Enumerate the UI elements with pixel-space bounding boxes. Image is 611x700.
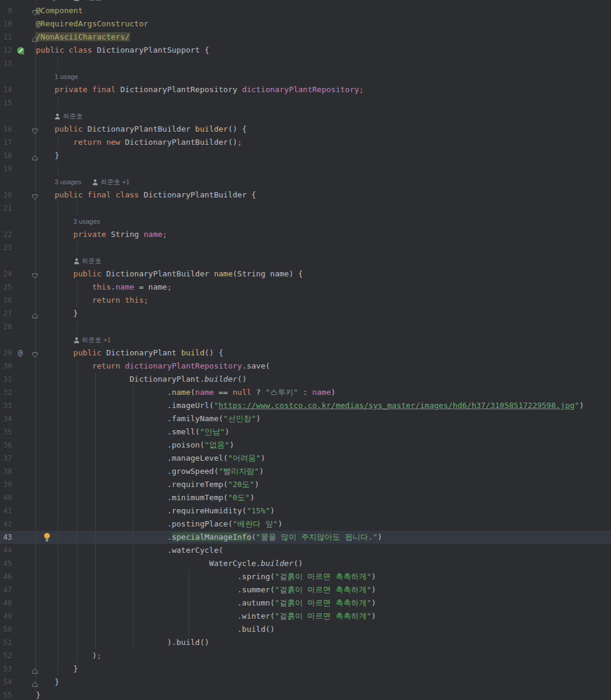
author-hint[interactable]: 최준호 +1 [92, 175, 130, 188]
code-text-area[interactable]: private String name; [36, 228, 611, 241]
line-number[interactable]: 47 [0, 583, 12, 596]
line-number[interactable]: 26 [0, 294, 12, 307]
code-text-area[interactable]: .familyName("선인장") [36, 412, 611, 425]
line-number[interactable]: 40 [0, 491, 12, 504]
author-hint[interactable]: 최준호 +1 [74, 333, 111, 346]
gutter[interactable] [0, 254, 36, 267]
gutter[interactable]: 35 [0, 425, 36, 439]
gutter[interactable]: 38 [0, 465, 36, 478]
gutter[interactable]: 44 [0, 544, 36, 557]
line-number[interactable]: 27 [0, 307, 12, 320]
lightbulb-icon[interactable] [43, 532, 51, 542]
line-number[interactable]: 30 [0, 360, 12, 373]
code-text-area[interactable] [36, 320, 611, 333]
gutter[interactable]: 17 [0, 136, 36, 149]
gutter[interactable]: 34 [0, 412, 36, 425]
code-text-area[interactable]: .postingPlace("베란다 앞") [36, 518, 611, 531]
code-text-area[interactable]: .requireHumidity("15%") [36, 504, 611, 518]
line-number[interactable]: 53 [0, 662, 12, 675]
line-number[interactable]: 49 [0, 610, 12, 623]
line-number[interactable]: 54 [0, 675, 12, 689]
line-number[interactable]: 17 [0, 136, 12, 149]
code-text-area[interactable]: .imageUrl("https://www.costco.co.kr/medi… [36, 399, 611, 412]
gutter[interactable]: 30 [0, 360, 36, 373]
line-number[interactable]: 46 [0, 570, 12, 583]
code-text-area[interactable] [36, 162, 611, 175]
gutter[interactable]: 27 [0, 307, 36, 320]
gutter[interactable]: 25 [0, 281, 36, 294]
code-text-area[interactable]: .smell("안남") [36, 425, 611, 439]
gutter[interactable]: 36 [0, 439, 36, 452]
usages-hint[interactable]: 1 usage [54, 70, 78, 83]
gutter[interactable] [0, 109, 36, 123]
gutter[interactable]: 28 [0, 320, 36, 333]
gutter[interactable]: 54 [0, 675, 36, 689]
inlay-text-area[interactable]: 최준호 +1 [36, 333, 611, 346]
gutter[interactable]: 42 [0, 518, 36, 531]
gutter[interactable]: 24 [0, 267, 36, 281]
line-number[interactable]: 13 [0, 57, 12, 70]
author-hint[interactable]: 최준호 [74, 254, 102, 267]
line-number[interactable]: 41 [0, 504, 12, 518]
gutter[interactable]: 12 [0, 44, 36, 57]
inlay-text-area[interactable]: 최준호 [36, 109, 611, 123]
code-text-area[interactable]: } [36, 662, 611, 675]
line-number[interactable]: 24 [0, 267, 12, 281]
inlay-text-area[interactable]: 1 usage [36, 70, 611, 83]
line-number[interactable]: 23 [0, 241, 12, 254]
code-text-area[interactable] [36, 202, 611, 215]
code-text-area[interactable]: } [36, 689, 611, 700]
code-text-area[interactable]: .poison("없음") [36, 439, 611, 452]
gutter[interactable] [0, 333, 36, 346]
line-number[interactable]: 55 [0, 689, 12, 700]
line-number[interactable]: 31 [0, 373, 12, 386]
code-text-area[interactable]: ); [36, 649, 611, 662]
code-text-area[interactable]: DictionaryPlant.builder() [36, 373, 611, 386]
inlay-text-area[interactable]: 4 usages최준호 +1 [36, 0, 611, 4]
line-number[interactable]: 16 [0, 123, 12, 136]
line-number[interactable]: 33 [0, 399, 12, 412]
line-number[interactable]: 37 [0, 452, 12, 465]
code-text-area[interactable]: public final class DictionaryPlantBuilde… [36, 188, 611, 202]
line-number[interactable]: 9 [0, 4, 12, 17]
gutter[interactable]: 11 [0, 31, 36, 44]
gutter[interactable]: 32 [0, 386, 36, 399]
gutter[interactable]: 18 [0, 149, 36, 162]
gutter[interactable]: 19 [0, 162, 36, 175]
inlay-text-area[interactable]: 최준호 [36, 254, 611, 267]
line-number[interactable]: 28 [0, 320, 12, 333]
gutter[interactable] [0, 70, 36, 83]
fold-end-icon[interactable] [32, 310, 38, 316]
fold-end-icon[interactable] [32, 34, 38, 40]
code-text-area[interactable] [36, 57, 611, 70]
fold-end-icon[interactable] [32, 665, 38, 672]
gutter[interactable]: 20 [0, 188, 36, 202]
code-text-area[interactable] [36, 96, 611, 109]
gutter[interactable]: 45 [0, 557, 36, 570]
gutter[interactable]: 52 [0, 649, 36, 662]
gutter[interactable]: 9 [0, 4, 36, 17]
gutter[interactable]: 21 [0, 202, 36, 215]
line-number[interactable]: 36 [0, 439, 12, 452]
code-text-area[interactable]: public DictionaryPlantBuilder builder() … [36, 123, 611, 136]
code-text-area[interactable]: .autumn("겉흙이 마르면 촉촉하게") [36, 596, 611, 610]
gutter[interactable]: 31 [0, 373, 36, 386]
code-text-area[interactable]: return new DictionaryPlantBuilder(); [36, 136, 611, 149]
gutter[interactable]: 48 [0, 596, 36, 610]
gutter[interactable]: 50 [0, 623, 36, 636]
gutter[interactable]: 29@ [0, 346, 36, 360]
fold-collapse-icon[interactable] [32, 126, 38, 132]
line-number[interactable]: 32 [0, 386, 12, 399]
line-number[interactable]: 39 [0, 478, 12, 491]
line-number[interactable]: 20 [0, 188, 12, 202]
code-text-area[interactable]: return this; [36, 294, 611, 307]
usages-hint[interactable]: 4 usages [36, 0, 63, 4]
gutter[interactable]: 49 [0, 610, 36, 623]
author-hint[interactable]: 최준호 [54, 109, 83, 123]
line-number[interactable]: 35 [0, 425, 12, 439]
fold-collapse-icon[interactable] [32, 270, 38, 277]
fold-end-icon[interactable] [32, 678, 38, 685]
code-text-area[interactable]: this.name = name; [36, 281, 611, 294]
line-number[interactable]: 45 [0, 557, 12, 570]
line-number[interactable]: 38 [0, 465, 12, 478]
